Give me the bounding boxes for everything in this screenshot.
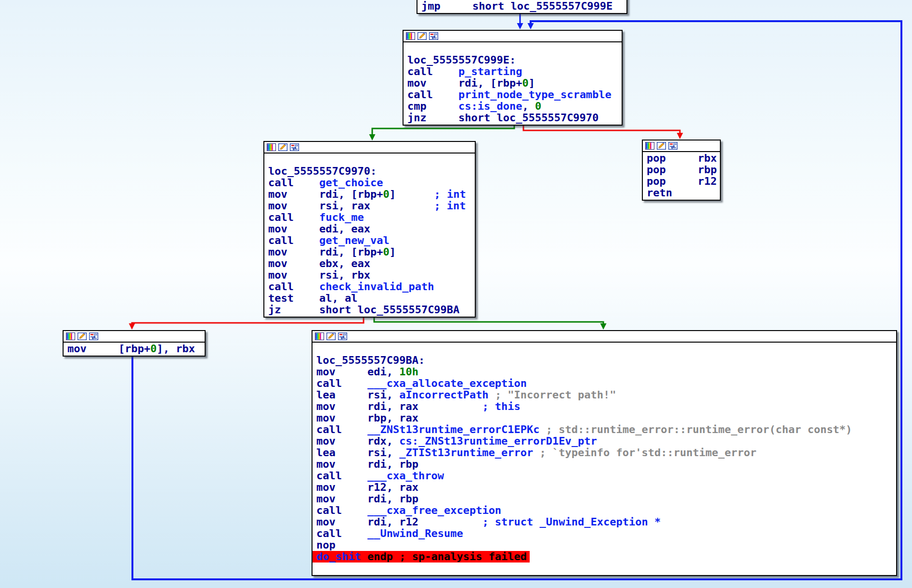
disasm-line[interactable]: mov rsi, rax ; int <box>264 200 475 212</box>
group-node-icon[interactable] <box>338 332 347 340</box>
disasm-line[interactable]: call get_new_val <box>264 235 475 246</box>
disasm-line[interactable]: pop r12 <box>643 176 720 187</box>
disasm-line[interactable]: mov rdi, [rbp+0] <box>404 77 622 89</box>
code-text: call <box>316 423 367 435</box>
group-node-icon[interactable] <box>290 143 299 151</box>
disassembly-listing: loc_5555557C999E:call p_startingmov rdi,… <box>404 42 622 125</box>
disasm-line[interactable]: call __Unwind_Resume <box>313 528 896 539</box>
disassembly-graph-canvas[interactable]: jmp short loc_5555557C999E loc_5555557C9… <box>0 0 912 588</box>
disasm-line[interactable]: mov rdx, cs:_ZNSt13runtime_errorD1Ev_ptr <box>313 435 896 447</box>
disasm-line[interactable]: mov edi, eax <box>264 223 475 235</box>
disasm-line[interactable]: cmp cs:is_done, 0 <box>404 101 622 112</box>
disasm-line[interactable]: call ___cxa_allocate_exception <box>313 378 896 389</box>
block-loc-9970[interactable]: loc_5555557C9970:call get_choicemov rdi,… <box>263 141 476 318</box>
disassembly-listing: jmp short loc_5555557C999E <box>417 0 626 13</box>
disasm-line[interactable]: loc_5555557C9970: <box>264 166 475 177</box>
group-node-icon[interactable] <box>429 32 438 40</box>
name-text: aIncorrectPath <box>399 389 488 401</box>
disasm-line[interactable]: call ___cxa_free_exception <box>313 505 896 516</box>
edit-node-icon[interactable] <box>78 332 87 340</box>
disasm-line[interactable]: mov rdi, [rbp+0] <box>264 246 475 258</box>
edit-node-icon[interactable] <box>657 142 666 150</box>
edit-node-icon[interactable] <box>326 332 336 340</box>
code-text: nop <box>316 539 336 551</box>
code-text <box>533 447 539 459</box>
code-text: call <box>268 234 319 246</box>
code-text <box>396 188 434 200</box>
code-text: call <box>316 527 367 539</box>
disasm-line[interactable]: mov ebx, eax <box>264 258 475 269</box>
code-text: jmp short loc_5555557C999E <box>421 0 612 12</box>
disasm-line[interactable]: mov r12, rax <box>313 482 896 493</box>
disasm-line[interactable]: mov rdi, rbp <box>313 459 896 470</box>
name-text: __Unwind_Resume <box>367 527 463 539</box>
disasm-line[interactable]: mov rsi, rbx <box>264 269 475 281</box>
code-text: mov rdi, rbp <box>316 493 418 505</box>
code-text: jnz short loc_5555557C9970 <box>407 112 599 124</box>
disasm-line[interactable]: call get_choice <box>264 177 475 189</box>
disasm-line[interactable] <box>264 154 475 166</box>
code-text: mov rdx, <box>316 435 399 447</box>
code-text: loc_5555557C9970: <box>268 165 377 177</box>
disasm-line[interactable]: mov rdi, [rbp+0] ; int <box>264 189 475 200</box>
disasm-line[interactable] <box>313 562 896 574</box>
disasm-line[interactable]: call ___cxa_throw <box>313 470 896 482</box>
block-jmp[interactable]: jmp short loc_5555557C999E <box>417 0 627 14</box>
node-color-icon[interactable] <box>406 32 415 40</box>
block-loc-999E[interactable]: loc_5555557C999E:call p_startingmov rdi,… <box>403 30 623 126</box>
disasm-line[interactable]: call print_node_type_scramble <box>404 89 622 101</box>
disasm-line[interactable] <box>404 43 622 54</box>
block-loc-99BA[interactable]: loc_5555557C99BA:mov edi, 10hcall ___cxa… <box>312 330 897 576</box>
name-text: get_new_val <box>319 234 390 246</box>
edit-node-icon[interactable] <box>278 143 287 151</box>
disasm-line[interactable]: lea rsi, aIncorrectPath ; "Incorrect pat… <box>313 389 896 401</box>
disasm-line[interactable]: call p_starting <box>404 66 622 77</box>
number-text: 0 <box>150 343 156 355</box>
disasm-line-highlighted[interactable]: do_shit endp ; sp-analysis failed <box>313 551 530 562</box>
block-toolbar <box>643 141 720 152</box>
disasm-line[interactable]: nop <box>313 539 896 551</box>
disasm-line[interactable]: jz short loc_5555557C99BA <box>264 304 475 316</box>
disasm-line[interactable]: call fuck_me <box>264 212 475 223</box>
disasm-line[interactable]: mov edi, 10h <box>313 366 896 378</box>
disasm-line[interactable]: pop rbx <box>643 153 720 164</box>
disasm-line[interactable]: pop rbp <box>643 164 720 176</box>
disasm-line[interactable]: jmp short loc_5555557C999E <box>417 0 626 12</box>
code-text: lea rsi, <box>316 447 399 459</box>
name-text: do_shit <box>316 550 361 562</box>
disasm-line[interactable]: loc_5555557C999E: <box>404 54 622 66</box>
group-node-icon[interactable] <box>668 142 677 150</box>
node-color-icon[interactable] <box>66 332 75 340</box>
name-text: ; int <box>434 188 466 200</box>
disasm-line[interactable]: test al, al <box>264 293 475 304</box>
disasm-line[interactable]: mov rbp, rax <box>313 412 896 424</box>
disasm-line[interactable]: call check_invalid_path <box>264 281 475 293</box>
disasm-line[interactable]: jnz short loc_5555557C9970 <box>404 112 622 124</box>
disassembly-listing: mov [rbp+0], rbx <box>64 343 205 356</box>
block-toolbar <box>313 331 896 343</box>
edit-node-icon[interactable] <box>417 32 427 40</box>
disasm-line[interactable]: mov rdi, r12 ; struct _Unwind_Exception … <box>313 516 896 528</box>
disasm-line[interactable]: lea rsi, _ZTISt13runtime_error ; `typein… <box>313 447 896 459</box>
block-mov-rbx[interactable]: mov [rbp+0], rbx <box>63 330 206 357</box>
node-color-icon[interactable] <box>645 142 654 150</box>
name-text: ___cxa_allocate_exception <box>367 377 527 389</box>
code-text: mov rdi, [rbp+ <box>268 188 383 200</box>
node-color-icon[interactable] <box>315 332 324 340</box>
disasm-line[interactable]: mov rdi, rax ; this <box>313 401 896 412</box>
disasm-line[interactable]: loc_5555557C99BA: <box>313 355 896 366</box>
node-color-icon[interactable] <box>267 143 276 151</box>
code-text: test al, al <box>268 292 357 304</box>
code-text: lea rsi, <box>316 389 399 401</box>
disasm-line[interactable]: mov [rbp+0], rbx <box>64 343 205 355</box>
disasm-line[interactable]: retn <box>643 187 720 199</box>
disasm-line[interactable]: mov rdi, rbp <box>313 493 896 505</box>
group-node-icon[interactable] <box>89 332 98 340</box>
disasm-line[interactable] <box>313 343 896 355</box>
disasm-line[interactable]: call __ZNSt13runtime_errorC1EPKc ; std::… <box>313 424 896 435</box>
number-text: 0 <box>522 77 528 89</box>
code-text <box>418 400 482 412</box>
edge-999E-true-to-9970 <box>369 125 515 141</box>
edge-999E-false-to-pop <box>523 125 683 139</box>
block-pop-retn[interactable]: pop rbxpop rbppop r12retn <box>642 140 721 201</box>
